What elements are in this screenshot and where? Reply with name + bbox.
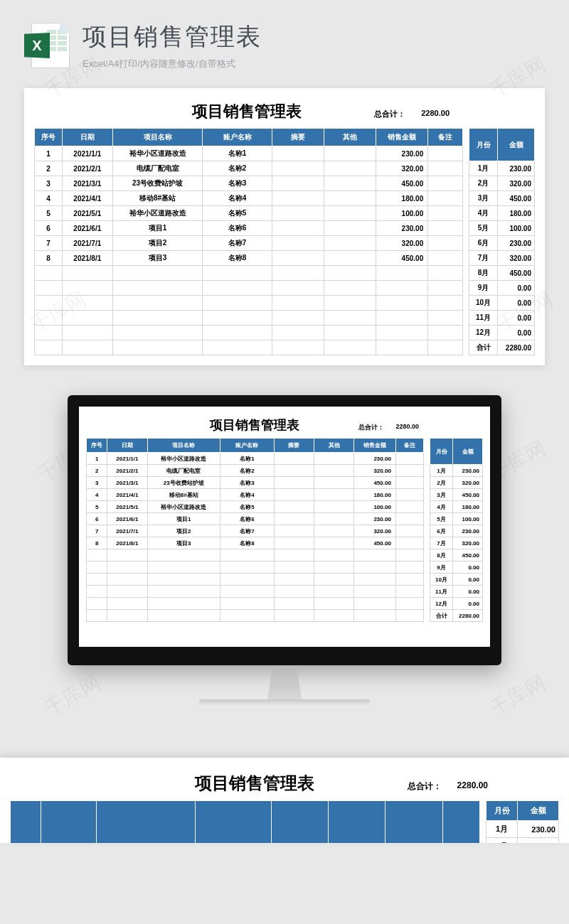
cell[interactable]: 6 (87, 513, 107, 525)
cell[interactable]: 8 (87, 537, 107, 549)
cell[interactable]: 0.00 (453, 562, 483, 574)
cell[interactable] (35, 340, 63, 355)
cell[interactable]: 11月 (469, 311, 498, 326)
cell[interactable] (107, 549, 147, 562)
cell[interactable]: 4 (35, 191, 63, 206)
cell[interactable] (395, 453, 423, 465)
cell[interactable] (324, 146, 376, 161)
cell[interactable] (324, 176, 376, 191)
cell[interactable] (395, 549, 423, 562)
cell[interactable]: 320.00 (354, 465, 396, 477)
cell[interactable] (428, 146, 463, 161)
cell[interactable]: 名称6 (203, 221, 272, 236)
cell[interactable] (87, 549, 107, 562)
cell[interactable]: 7 (87, 525, 107, 537)
cell[interactable]: 230.00 (453, 525, 483, 537)
cell[interactable]: 320.00 (453, 537, 483, 549)
cell[interactable] (147, 549, 220, 562)
cell[interactable]: 3 (35, 176, 63, 191)
cell[interactable] (112, 340, 203, 355)
cell[interactable]: 1月 (469, 161, 498, 176)
cell[interactable] (62, 340, 112, 355)
cell[interactable] (272, 236, 324, 251)
cell[interactable]: 4月 (469, 206, 498, 221)
month-row[interactable]: 11月0.00 (469, 311, 535, 326)
cell[interactable]: 移动8#基站 (147, 489, 220, 501)
cell[interactable] (272, 176, 324, 191)
cell[interactable]: 项目2 (112, 236, 203, 251)
cell[interactable] (324, 251, 376, 266)
cell[interactable] (354, 610, 396, 622)
cell[interactable]: 10月 (430, 574, 453, 586)
table-row[interactable]: 12021/1/1裕华小区道路改造名称1230.00 (35, 146, 463, 161)
cell[interactable]: 1月 (430, 465, 453, 477)
cell[interactable] (87, 586, 107, 598)
cell[interactable]: 100.00 (354, 501, 396, 513)
cell[interactable] (376, 311, 428, 326)
cell[interactable]: 名称7 (220, 525, 275, 537)
cell[interactable]: 1月 (486, 821, 518, 838)
table-row[interactable]: 22021/2/1电缆厂配电室名称2320.00 (87, 465, 424, 477)
cell[interactable]: 12月 (469, 326, 498, 340)
cell[interactable] (272, 251, 324, 266)
cell[interactable] (395, 477, 423, 489)
table-row[interactable]: 62021/6/1项目1名称6230.00 (35, 221, 463, 236)
table-row[interactable]: 82021/8/1项目3名称8450.00 (87, 537, 424, 549)
month-row[interactable]: 8月450.00 (469, 266, 535, 281)
cell[interactable]: 11月 (430, 586, 453, 598)
cell[interactable] (428, 161, 463, 176)
cell[interactable]: 3月 (469, 191, 498, 206)
cell[interactable] (395, 465, 423, 477)
cell[interactable] (428, 251, 463, 266)
cell[interactable]: 320.00 (453, 477, 483, 489)
cell[interactable] (324, 191, 376, 206)
cell[interactable]: 180.00 (498, 206, 535, 221)
month-row[interactable]: 8月450.00 (430, 549, 483, 562)
cell[interactable]: 裕华小区道路改造 (147, 453, 220, 465)
cell[interactable] (314, 513, 354, 525)
cell[interactable] (272, 281, 324, 296)
cell[interactable]: 7 (35, 236, 63, 251)
cell[interactable] (35, 266, 63, 281)
table-row[interactable]: 32021/3/123号收费站护坡名称3450.00 (35, 176, 463, 191)
table-row-empty[interactable] (35, 326, 463, 340)
cell[interactable]: 2021/3/1 (62, 176, 112, 191)
cell[interactable] (87, 562, 107, 574)
cell[interactable]: 裕华小区道路改造 (112, 146, 203, 161)
cell[interactable]: 450.00 (453, 489, 483, 501)
cell[interactable] (314, 465, 354, 477)
cell[interactable] (274, 549, 314, 562)
cell[interactable]: 450.00 (376, 176, 428, 191)
cell[interactable]: 名称3 (203, 176, 272, 191)
cell[interactable]: 2021/8/1 (107, 537, 147, 549)
month-row[interactable]: 合计2280.00 (430, 610, 483, 622)
table-row-empty[interactable] (87, 586, 424, 598)
cell[interactable]: 100.00 (453, 513, 483, 525)
cell[interactable] (272, 221, 324, 236)
cell[interactable]: 2021/2/1 (62, 161, 112, 176)
cell[interactable] (147, 586, 220, 598)
cell[interactable]: 230.00 (498, 161, 535, 176)
cell[interactable] (220, 562, 275, 574)
cell[interactable] (272, 161, 324, 176)
cell[interactable]: 23号收费站护坡 (147, 477, 220, 489)
cell[interactable] (395, 562, 423, 574)
table-row-empty[interactable] (35, 266, 463, 281)
cell[interactable]: 9月 (430, 562, 453, 574)
cell[interactable] (324, 311, 376, 326)
month-row[interactable]: 9月0.00 (430, 562, 483, 574)
cell[interactable]: 0.00 (453, 598, 483, 610)
cell[interactable] (220, 610, 275, 622)
cell[interactable] (274, 574, 314, 586)
cell[interactable]: 10月 (469, 296, 498, 311)
cell[interactable]: 2021/1/1 (62, 146, 112, 161)
cell[interactable]: 6月 (469, 236, 498, 251)
table-row[interactable]: 52021/5/1裕华小区道路改造名称5100.00 (35, 206, 463, 221)
cell[interactable] (274, 477, 314, 489)
cell[interactable]: 2021/5/1 (107, 501, 147, 513)
cell[interactable]: 1 (87, 453, 107, 465)
cell[interactable] (112, 296, 203, 311)
month-row[interactable]: 1月230.00 (486, 821, 559, 838)
cell[interactable] (324, 281, 376, 296)
cell[interactable]: 230.00 (518, 821, 559, 838)
